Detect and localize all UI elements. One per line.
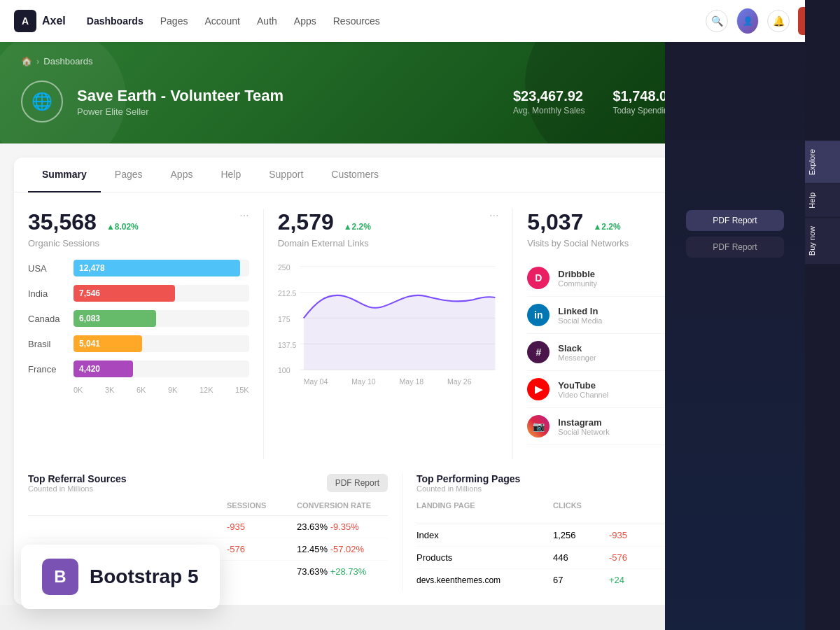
organic-sessions-number: 35,568 <box>28 209 97 235</box>
stat-menu-1[interactable]: ··· <box>239 209 248 222</box>
nav-resources[interactable]: Resources <box>333 15 380 27</box>
slack-icon: # <box>527 341 550 363</box>
stat-domain-links: 2,579 ▲2.2% Domain External Links ··· 25… <box>278 209 514 459</box>
tab-apps[interactable]: Apps <box>157 158 207 192</box>
notifications-button[interactable]: 🔔 <box>767 10 790 32</box>
explore-panel-button[interactable]: PDF Report <box>686 210 784 231</box>
tab-summary[interactable]: Summary <box>28 158 101 192</box>
org-logo: 🌐 <box>21 80 63 122</box>
org-subtitle: Power Elite Seller <box>77 106 284 117</box>
line-chart-svg: 250 212.5 175 137.5 100 <box>278 255 499 396</box>
svg-text:May 18: May 18 <box>399 377 424 386</box>
sidebar-buynow-btn[interactable]: Buy now <box>805 217 840 264</box>
dark-panel: PDF Report PDF Report <box>665 0 805 605</box>
bar-row-france: France 4,420 <box>28 360 249 377</box>
sidebar-help-btn[interactable]: Help <box>805 183 840 217</box>
help-panel-button[interactable]: PDF Report <box>686 237 784 258</box>
social-visits-label: Visits by Social Networks <box>527 238 629 248</box>
nav-dashboards[interactable]: Dashboards <box>87 15 144 27</box>
search-button[interactable]: 🔍 <box>706 10 728 32</box>
svg-text:137.5: 137.5 <box>278 341 296 349</box>
nav-account[interactable]: Account <box>204 15 240 27</box>
organic-sessions-change: ▲8.02% <box>102 220 143 233</box>
bar-row-canada: Canada 6,083 <box>28 310 249 327</box>
domain-links-label: Domain External Links <box>278 238 375 248</box>
bar-x-labels: 0K3K6K9K12K15K <box>28 386 249 394</box>
referral-table-header: SESSIONS CONVERSION RATE <box>28 496 388 516</box>
dribbble-icon: D <box>527 267 550 289</box>
linkedin-icon: in <box>527 304 550 326</box>
breadcrumb-current: Dashboards <box>43 56 92 66</box>
nav-apps[interactable]: Apps <box>294 15 316 27</box>
hero-text: Save Earth - Volunteer Team Power Elite … <box>77 87 284 117</box>
hero-stat-0: $23,467.92 Avg. Monthly Sales <box>513 88 585 115</box>
svg-text:May 26: May 26 <box>447 377 472 386</box>
referral-subtitle: Counted in Millions <box>28 484 127 493</box>
svg-text:212.5: 212.5 <box>278 289 296 298</box>
bar-chart: USA 12,478 India 7,546 Canad <box>28 260 249 394</box>
social-visits-number: 5,037 <box>527 209 583 235</box>
tab-customers[interactable]: Customers <box>317 158 393 192</box>
brand[interactable]: A Axel <box>14 10 66 32</box>
svg-text:May 10: May 10 <box>351 377 376 386</box>
right-sidebar: Explore Help Buy now <box>805 0 840 605</box>
user-menu-button[interactable]: 👤 <box>736 10 759 32</box>
brand-logo: A <box>14 10 36 32</box>
organic-sessions-label: Organic Sessions <box>28 238 143 248</box>
tab-support[interactable]: Support <box>255 158 317 192</box>
top-pages-subtitle: Counted in Millions <box>416 484 520 493</box>
svg-text:May 04: May 04 <box>303 377 328 386</box>
stat-organic-sessions: 35,568 ▲8.02% Organic Sessions ··· USA <box>28 209 264 459</box>
brand-name: Axel <box>42 15 66 27</box>
referral-title: Top Referral Sources <box>28 473 127 484</box>
navbar: A Axel Dashboards Pages Account Auth App… <box>0 0 840 42</box>
line-chart: 250 212.5 175 137.5 100 <box>278 248 499 405</box>
nav-links: Dashboards Pages Account Auth Apps Resou… <box>87 15 380 27</box>
bar-row-brasil: Brasil 5,041 <box>28 335 249 352</box>
social-visits-change: ▲2.2% <box>589 220 624 233</box>
nav-pages[interactable]: Pages <box>160 15 188 27</box>
bar-row-usa: USA 12,478 <box>28 260 249 276</box>
stat-menu-2[interactable]: ··· <box>489 209 498 222</box>
tab-help[interactable]: Help <box>206 158 255 192</box>
tab-pages[interactable]: Pages <box>101 158 157 192</box>
domain-links-change: ▲2.2% <box>340 220 375 233</box>
home-icon[interactable]: 🏠 <box>21 56 32 66</box>
org-name: Save Earth - Volunteer Team <box>77 87 284 105</box>
referral-row-1: -935 23.63% -9.35% <box>28 516 388 538</box>
nav-auth[interactable]: Auth <box>257 15 277 27</box>
bar-row-india: India 7,546 <box>28 285 249 302</box>
bootstrap-logo: B <box>42 559 78 595</box>
svg-text:175: 175 <box>278 315 290 323</box>
svg-text:250: 250 <box>278 263 290 272</box>
instagram-icon: 📷 <box>527 415 550 438</box>
referral-pdf-button[interactable]: PDF Report <box>327 474 388 492</box>
youtube-icon: ▶ <box>527 378 550 400</box>
bootstrap-overlay: B Bootstrap 5 <box>21 545 220 605</box>
svg-text:100: 100 <box>278 366 290 374</box>
user-avatar: 👤 <box>737 8 758 34</box>
top-pages-title: Top Performing Pages <box>416 473 520 484</box>
sidebar-explore-btn[interactable]: Explore <box>805 140 840 183</box>
bootstrap-text: Bootstrap 5 <box>90 566 199 588</box>
domain-links-number: 2,579 <box>278 209 334 235</box>
